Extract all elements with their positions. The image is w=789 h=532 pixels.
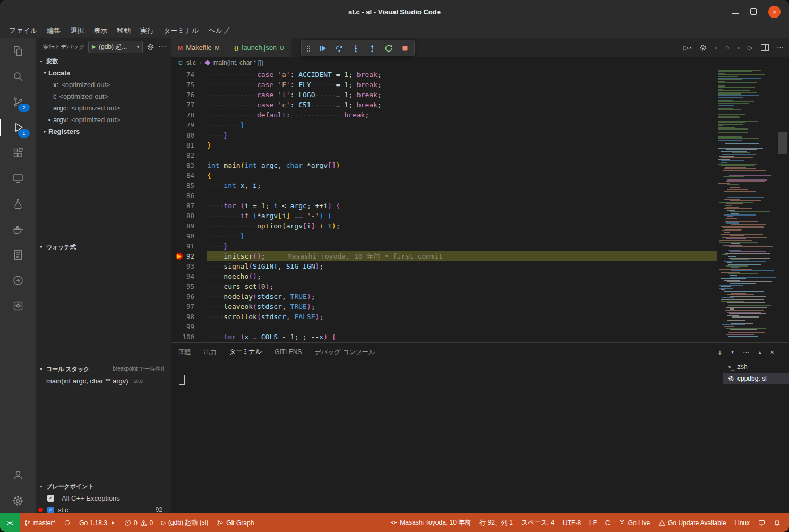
language-mode-item[interactable]: C: [601, 513, 614, 532]
code-line[interactable]: 89············option(argv[i] + 1);: [171, 221, 717, 231]
variable-row[interactable]: ▸ argv: <optimized out>: [36, 114, 171, 125]
terminal-dropdown-icon[interactable]: ▾: [731, 349, 734, 355]
code-line[interactable]: 99: [171, 322, 717, 332]
menu-file[interactable]: ファイル: [4, 24, 42, 37]
menu-go[interactable]: 移動: [112, 24, 135, 37]
more-actions-icon[interactable]: ⋯: [777, 44, 784, 51]
code-line[interactable]: 95····curs_set(0);: [171, 281, 717, 291]
code-line[interactable]: 98····scrollok(stdscr, FALSE);: [171, 312, 717, 322]
debug-breakpoint-arrow-icon[interactable]: [176, 253, 183, 260]
git-graph-item[interactable]: Git Graph: [212, 513, 258, 532]
callstack-header[interactable]: ▾ コール スタック breakpoint で一時停止: [36, 363, 171, 375]
terminal-list-item-cppdbg[interactable]: cppdbg: sl: [723, 373, 789, 384]
git-branch-item[interactable]: master*: [20, 513, 59, 532]
panel-tab-debug-console[interactable]: デバッグ コンソール: [314, 343, 375, 361]
code-line[interactable]: 96····nodelay(stdscr, TRUE);: [171, 291, 717, 302]
titlebar[interactable]: sl.c - sl - Visual Studio Code ×: [0, 0, 789, 24]
step-over-button[interactable]: [335, 44, 344, 53]
terminal[interactable]: [171, 361, 723, 513]
activity-explorer[interactable]: [0, 38, 36, 64]
menu-edit[interactable]: 編集: [42, 24, 65, 37]
code-line[interactable]: 80····}: [171, 130, 717, 140]
activity-account[interactable]: [0, 462, 36, 488]
go-version-item[interactable]: Go 1.18.3: [75, 513, 120, 532]
stop-button[interactable]: [401, 44, 409, 53]
maximize-button[interactable]: [750, 8, 757, 15]
panel-tab-gitlens[interactable]: GITLENS: [275, 343, 302, 361]
variable-row[interactable]: x: <optimized out>: [36, 79, 171, 90]
tab-launch-json[interactable]: {} launch.json U: [227, 38, 291, 57]
os-item[interactable]: Linux: [730, 513, 754, 532]
run-file-icon[interactable]: ▷▾: [683, 44, 691, 51]
activity-run-debug[interactable]: 1: [0, 115, 36, 140]
code-line[interactable]: 76············case 'l': LOGO·····= 1; br…: [171, 90, 717, 100]
checkbox[interactable]: ✓: [47, 507, 54, 513]
eol-item[interactable]: LF: [585, 513, 601, 532]
variable-row[interactable]: i: <optimized out>: [36, 90, 171, 102]
debug-settings-gear-icon[interactable]: [147, 43, 155, 51]
activity-tools[interactable]: [0, 293, 36, 319]
split-editor-icon[interactable]: [761, 44, 769, 51]
drag-grip-icon[interactable]: [306, 45, 311, 52]
locals-group[interactable]: ▾ Locals: [36, 67, 171, 79]
code-line[interactable]: 100····for (x = COLS - 1; ; --x) {: [171, 332, 717, 342]
code-line[interactable]: 87····for (i = 1; i < argc; ++i) {: [171, 201, 717, 211]
editor-scrollbar[interactable]: [776, 68, 789, 342]
code-line[interactable]: 79········}: [171, 120, 717, 130]
cursor-position-item[interactable]: 行 92、列 1: [475, 513, 517, 532]
code-line[interactable]: 83int main(int argc, char *argv[]): [171, 160, 717, 170]
activity-extensions[interactable]: [0, 140, 36, 166]
gitlens-compare-icon[interactable]: ○: [725, 44, 730, 51]
run-all-icon[interactable]: ▷: [748, 44, 753, 51]
settings-gear-icon[interactable]: [699, 44, 707, 52]
problems-item[interactable]: 0 0: [120, 513, 157, 532]
continue-button[interactable]: [319, 44, 327, 53]
activity-settings[interactable]: [0, 488, 36, 513]
code-line[interactable]: 88········if (*argv[i] == '-') {: [171, 211, 717, 221]
sync-item[interactable]: [59, 513, 75, 532]
code-line[interactable]: 84{: [171, 170, 717, 181]
more-actions-icon[interactable]: ⋯: [158, 42, 167, 52]
code-line[interactable]: 81}: [171, 140, 717, 150]
minimap[interactable]: [717, 70, 776, 339]
maximize-panel-icon[interactable]: ▴: [759, 349, 761, 355]
code-line[interactable]: 85····int x, i;: [171, 181, 717, 191]
registers-group[interactable]: ▸ Registers: [36, 125, 171, 137]
go-live-item[interactable]: Go Live: [614, 513, 654, 532]
activity-remote-explorer[interactable]: [0, 166, 36, 191]
code-line[interactable]: 82: [171, 150, 717, 160]
breadcrumb-file[interactable]: sl.c: [186, 59, 196, 66]
code-line[interactable]: 75············case 'F': FLY······= 1; br…: [171, 80, 717, 90]
code-line[interactable]: 74············case 'a': ACCIDENT = 1; br…: [171, 70, 717, 80]
menu-view[interactable]: 表示: [89, 24, 112, 37]
variables-header[interactable]: ▾ 変数: [36, 55, 171, 67]
start-debug-icon[interactable]: ▶: [92, 44, 96, 49]
new-terminal-icon[interactable]: +: [718, 348, 723, 357]
code-line[interactable]: 92····initscr();Masashi Toyoda, 10 年前 • …: [171, 251, 717, 261]
stack-frame[interactable]: main(int argc, char ** argv) sl.c: [36, 375, 171, 387]
breakpoints-header[interactable]: ▾ ブレークポイント: [36, 480, 171, 492]
remote-window-item[interactable]: [754, 513, 769, 532]
code-line[interactable]: 90········}: [171, 231, 717, 241]
restart-button[interactable]: [384, 44, 393, 53]
step-into-button[interactable]: [351, 44, 360, 53]
debug-config-dropdown[interactable]: ▶ (gdb) 起... ▾: [88, 41, 143, 53]
notifications-item[interactable]: [769, 513, 785, 532]
code-line[interactable]: 93····signal(SIGINT, SIG_IGN);: [171, 261, 717, 271]
scrollbar-slider[interactable]: [778, 132, 787, 154]
next-change-icon[interactable]: ›: [737, 44, 740, 51]
remote-indicator[interactable]: ><: [0, 513, 20, 532]
gitlens-blame-item[interactable]: Masashi Toyoda, 10 年前: [386, 513, 475, 532]
panel-tab-output[interactable]: 出力: [204, 343, 217, 361]
panel-tab-problems[interactable]: 問題: [178, 343, 191, 361]
menu-selection[interactable]: 選択: [65, 24, 89, 37]
go-update-item[interactable]: Go Update Available: [654, 513, 730, 532]
menu-help[interactable]: ヘルプ: [203, 24, 234, 37]
code-line[interactable]: 97····leaveok(stdscr, TRUE);: [171, 302, 717, 312]
activity-search[interactable]: [0, 64, 36, 89]
checkbox[interactable]: ✓: [47, 495, 54, 502]
code-line[interactable]: 86: [171, 191, 717, 201]
code-line[interactable]: 94····noecho();: [171, 271, 717, 281]
encoding-item[interactable]: UTF-8: [559, 513, 585, 532]
code-line[interactable]: 91····}: [171, 241, 717, 251]
